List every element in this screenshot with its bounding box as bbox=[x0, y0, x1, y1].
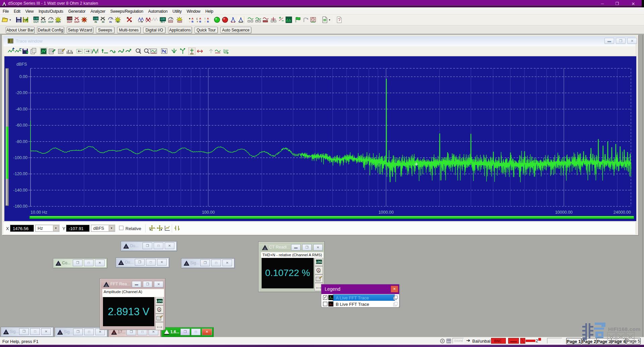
svg-text:OUT: OUT bbox=[56, 20, 61, 23]
svg-text:B: B bbox=[192, 20, 194, 23]
svg-text:1.00: 1.00 bbox=[67, 17, 72, 20]
svg-text:abc: abc bbox=[190, 53, 194, 55]
svg-text:-20.00: -20.00 bbox=[16, 90, 28, 95]
svg-text:OUT: OUT bbox=[34, 20, 39, 23]
svg-text:-140.00: -140.00 bbox=[13, 188, 28, 193]
svg-text:-160.00: -160.00 bbox=[13, 204, 28, 209]
svg-text:OUT: OUT bbox=[67, 20, 72, 23]
svg-text:100.00: 100.00 bbox=[202, 210, 215, 215]
svg-text:A: A bbox=[199, 17, 201, 20]
svg-text:24000.00: 24000.00 bbox=[613, 210, 631, 215]
svg-text:1000.00: 1000.00 bbox=[378, 210, 393, 215]
svg-text:dBFS: dBFS bbox=[16, 62, 27, 67]
svg-text:●: ● bbox=[197, 20, 198, 23]
svg-text:-40.00: -40.00 bbox=[16, 107, 28, 112]
svg-text:OUT: OUT bbox=[41, 20, 46, 23]
svg-text:IN: IN bbox=[102, 20, 105, 23]
svg-text:1.00: 1.00 bbox=[34, 17, 39, 20]
svg-text:↕: ↕ bbox=[204, 20, 206, 23]
svg-text:10.00 Hz: 10.00 Hz bbox=[31, 210, 47, 215]
svg-text:OUT: OUT bbox=[48, 20, 54, 23]
svg-text:IN: IN bbox=[95, 20, 97, 23]
svg-text:●: ● bbox=[189, 17, 191, 20]
svg-text:B: B bbox=[207, 20, 209, 23]
svg-text:OUT: OUT bbox=[74, 20, 80, 23]
svg-text:IN: IN bbox=[117, 20, 119, 23]
svg-text:A: A bbox=[207, 17, 209, 20]
svg-text:B: B bbox=[199, 20, 201, 23]
svg-text:10000.00: 10000.00 bbox=[555, 210, 573, 215]
svg-text:-120.00: -120.00 bbox=[13, 171, 28, 176]
svg-text:1.00: 1.00 bbox=[161, 18, 165, 20]
svg-text:LOG: LOG bbox=[156, 299, 162, 303]
svg-text:IN 1: IN 1 bbox=[161, 21, 165, 23]
svg-text:↕: ↕ bbox=[204, 17, 206, 20]
svg-text:IN: IN bbox=[109, 20, 112, 23]
svg-text:-100.00: -100.00 bbox=[13, 155, 28, 160]
svg-text:1.00: 1.00 bbox=[94, 17, 98, 20]
svg-text:○: ○ bbox=[189, 20, 191, 23]
svg-text:-80.00: -80.00 bbox=[16, 139, 28, 144]
svg-text:LOG: LOG bbox=[316, 260, 322, 264]
svg-text:(: ( bbox=[197, 17, 198, 20]
svg-text:A: A bbox=[192, 17, 194, 20]
svg-text:0.00: 0.00 bbox=[19, 74, 28, 79]
svg-text:-60.00: -60.00 bbox=[16, 123, 28, 128]
